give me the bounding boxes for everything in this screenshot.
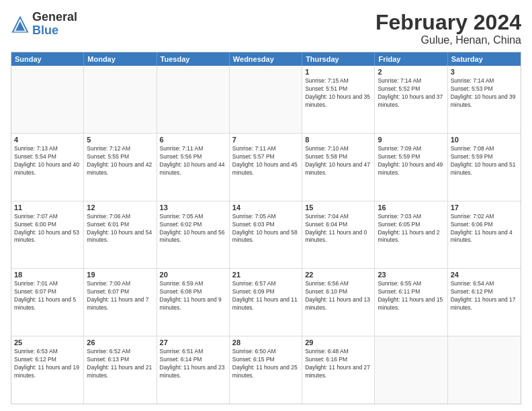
day-number: 2 [378, 68, 444, 76]
day-number: 1 [305, 68, 371, 76]
day-number: 16 [378, 203, 444, 212]
day-info: Sunrise: 7:06 AM Sunset: 6:01 PM Dayligh… [87, 213, 153, 245]
day-info: Sunrise: 6:57 AM Sunset: 6:09 PM Dayligh… [232, 280, 299, 312]
day-number: 14 [232, 203, 299, 212]
title-block: February 2024 Gulue, Henan, China [375, 11, 521, 46]
day-number: 8 [305, 136, 371, 144]
day-number: 20 [160, 271, 226, 279]
day-number: 17 [451, 203, 518, 212]
weekday-header-saturday: Saturday [448, 52, 521, 66]
day-info: Sunrise: 6:50 AM Sunset: 6:15 PM Dayligh… [232, 348, 299, 380]
day-number: 19 [87, 271, 153, 279]
day-number: 3 [451, 68, 518, 76]
calendar-row-3: 18Sunrise: 7:01 AM Sunset: 6:07 PM Dayli… [11, 268, 521, 336]
day-info: Sunrise: 7:00 AM Sunset: 6:07 PM Dayligh… [87, 280, 153, 312]
day-info: Sunrise: 7:05 AM Sunset: 6:03 PM Dayligh… [232, 213, 299, 245]
weekday-header-monday: Monday [84, 52, 157, 66]
calendar-cell-4-1: 26Sunrise: 6:52 AM Sunset: 6:13 PM Dayli… [84, 336, 157, 404]
day-info: Sunrise: 7:11 AM Sunset: 5:56 PM Dayligh… [160, 145, 226, 177]
calendar-row-4: 25Sunrise: 6:53 AM Sunset: 6:12 PM Dayli… [11, 336, 521, 404]
day-info: Sunrise: 7:07 AM Sunset: 6:00 PM Dayligh… [14, 213, 81, 245]
day-info: Sunrise: 6:59 AM Sunset: 6:08 PM Dayligh… [160, 280, 226, 312]
calendar-cell-4-2: 27Sunrise: 6:51 AM Sunset: 6:14 PM Dayli… [157, 336, 230, 404]
calendar-cell-2-6: 17Sunrise: 7:02 AM Sunset: 6:06 PM Dayli… [448, 201, 521, 269]
day-info: Sunrise: 6:48 AM Sunset: 6:16 PM Dayligh… [305, 348, 371, 380]
day-info: Sunrise: 7:02 AM Sunset: 6:06 PM Dayligh… [451, 213, 518, 245]
calendar-cell-1-5: 9Sunrise: 7:09 AM Sunset: 5:59 PM Daylig… [375, 134, 447, 201]
calendar-cell-4-3: 28Sunrise: 6:50 AM Sunset: 6:15 PM Dayli… [230, 336, 302, 404]
calendar-cell-1-0: 4Sunrise: 7:13 AM Sunset: 5:54 PM Daylig… [11, 134, 84, 201]
logo-icon [11, 15, 30, 34]
calendar-cell-1-6: 10Sunrise: 7:08 AM Sunset: 5:59 PM Dayli… [448, 134, 521, 201]
calendar: SundayMondayTuesdayWednesdayThursdayFrid… [11, 52, 521, 404]
day-info: Sunrise: 6:53 AM Sunset: 6:12 PM Dayligh… [14, 348, 81, 380]
calendar-cell-1-4: 8Sunrise: 7:10 AM Sunset: 5:58 PM Daylig… [302, 134, 375, 201]
day-info: Sunrise: 7:05 AM Sunset: 6:02 PM Dayligh… [160, 213, 226, 245]
day-number: 29 [305, 338, 371, 347]
calendar-cell-0-4: 1Sunrise: 7:15 AM Sunset: 5:51 PM Daylig… [302, 66, 375, 133]
calendar-body: 1Sunrise: 7:15 AM Sunset: 5:51 PM Daylig… [11, 66, 521, 404]
day-info: Sunrise: 7:14 AM Sunset: 5:53 PM Dayligh… [451, 77, 518, 109]
day-info: Sunrise: 6:52 AM Sunset: 6:13 PM Dayligh… [87, 348, 153, 380]
day-info: Sunrise: 7:14 AM Sunset: 5:52 PM Dayligh… [378, 77, 444, 109]
calendar-cell-2-1: 12Sunrise: 7:06 AM Sunset: 6:01 PM Dayli… [84, 201, 157, 269]
calendar-cell-3-0: 18Sunrise: 7:01 AM Sunset: 6:07 PM Dayli… [11, 269, 84, 336]
day-number: 13 [160, 203, 226, 212]
logo: General Blue [11, 11, 77, 38]
day-info: Sunrise: 7:13 AM Sunset: 5:54 PM Dayligh… [14, 145, 81, 177]
weekday-header-thursday: Thursday [302, 52, 375, 66]
day-number: 24 [451, 271, 518, 279]
day-info: Sunrise: 7:11 AM Sunset: 5:57 PM Dayligh… [232, 145, 299, 177]
page-title: February 2024 [375, 11, 521, 34]
day-info: Sunrise: 7:03 AM Sunset: 6:05 PM Dayligh… [378, 213, 444, 245]
calendar-cell-1-1: 5Sunrise: 7:12 AM Sunset: 5:55 PM Daylig… [84, 134, 157, 201]
weekday-header-tuesday: Tuesday [157, 52, 230, 66]
calendar-cell-1-2: 6Sunrise: 7:11 AM Sunset: 5:56 PM Daylig… [157, 134, 230, 201]
day-number: 18 [14, 271, 81, 279]
day-number: 21 [232, 271, 299, 279]
day-number: 6 [160, 136, 226, 144]
day-number: 27 [160, 338, 226, 347]
weekday-header-friday: Friday [375, 52, 447, 66]
calendar-cell-0-0 [11, 66, 84, 133]
calendar-cell-2-0: 11Sunrise: 7:07 AM Sunset: 6:00 PM Dayli… [11, 201, 84, 269]
calendar-row-2: 11Sunrise: 7:07 AM Sunset: 6:00 PM Dayli… [11, 201, 521, 269]
header: General Blue February 2024 Gulue, Henan,… [11, 11, 521, 46]
calendar-row-1: 4Sunrise: 7:13 AM Sunset: 5:54 PM Daylig… [11, 133, 521, 201]
calendar-cell-0-3 [230, 66, 302, 133]
logo-text: General Blue [32, 11, 77, 38]
day-number: 25 [14, 338, 81, 347]
calendar-cell-1-3: 7Sunrise: 7:11 AM Sunset: 5:57 PM Daylig… [230, 134, 302, 201]
day-info: Sunrise: 7:10 AM Sunset: 5:58 PM Dayligh… [305, 145, 371, 177]
day-number: 10 [451, 136, 518, 144]
day-number: 11 [14, 203, 81, 212]
calendar-cell-4-0: 25Sunrise: 6:53 AM Sunset: 6:12 PM Dayli… [11, 336, 84, 404]
day-number: 7 [232, 136, 299, 144]
calendar-cell-2-3: 14Sunrise: 7:05 AM Sunset: 6:03 PM Dayli… [230, 201, 302, 269]
day-info: Sunrise: 6:51 AM Sunset: 6:14 PM Dayligh… [160, 348, 226, 380]
day-info: Sunrise: 7:01 AM Sunset: 6:07 PM Dayligh… [14, 280, 81, 312]
day-info: Sunrise: 7:04 AM Sunset: 6:04 PM Dayligh… [305, 213, 371, 245]
calendar-cell-3-5: 23Sunrise: 6:55 AM Sunset: 6:11 PM Dayli… [375, 269, 447, 336]
page: General Blue February 2024 Gulue, Henan,… [0, 0, 532, 411]
day-info: Sunrise: 6:54 AM Sunset: 6:12 PM Dayligh… [451, 280, 518, 312]
day-info: Sunrise: 7:15 AM Sunset: 5:51 PM Dayligh… [305, 77, 371, 109]
calendar-cell-3-6: 24Sunrise: 6:54 AM Sunset: 6:12 PM Dayli… [448, 269, 521, 336]
day-number: 23 [378, 271, 444, 279]
calendar-cell-4-6 [448, 336, 521, 404]
day-info: Sunrise: 7:12 AM Sunset: 5:55 PM Dayligh… [87, 145, 153, 177]
calendar-cell-3-1: 19Sunrise: 7:00 AM Sunset: 6:07 PM Dayli… [84, 269, 157, 336]
day-number: 5 [87, 136, 153, 144]
weekday-header-sunday: Sunday [11, 52, 84, 66]
calendar-cell-0-6: 3Sunrise: 7:14 AM Sunset: 5:53 PM Daylig… [448, 66, 521, 133]
logo-general-text: General [32, 11, 77, 24]
calendar-cell-4-5 [375, 336, 447, 404]
calendar-cell-3-3: 21Sunrise: 6:57 AM Sunset: 6:09 PM Dayli… [230, 269, 302, 336]
logo-blue-text: Blue [32, 24, 77, 38]
day-info: Sunrise: 6:55 AM Sunset: 6:11 PM Dayligh… [378, 280, 444, 312]
calendar-cell-3-2: 20Sunrise: 6:59 AM Sunset: 6:08 PM Dayli… [157, 269, 230, 336]
calendar-cell-3-4: 22Sunrise: 6:56 AM Sunset: 6:10 PM Dayli… [302, 269, 375, 336]
day-number: 28 [232, 338, 299, 347]
day-number: 12 [87, 203, 153, 212]
calendar-cell-2-2: 13Sunrise: 7:05 AM Sunset: 6:02 PM Dayli… [157, 201, 230, 269]
